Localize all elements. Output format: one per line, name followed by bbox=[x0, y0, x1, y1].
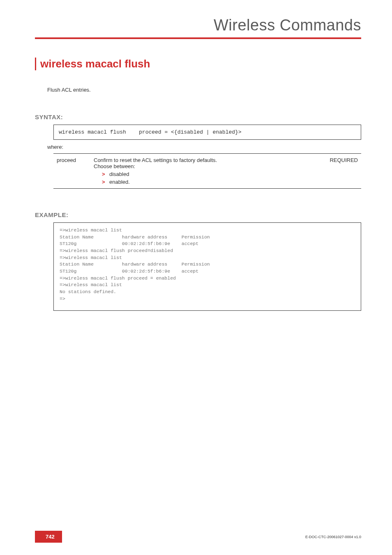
option-text: disabled bbox=[109, 171, 129, 177]
page-header: Wireless Commands bbox=[35, 16, 361, 34]
example-heading: EXAMPLE: bbox=[35, 211, 361, 218]
example-section: EXAMPLE: =>wireless macacl list Station … bbox=[35, 211, 361, 311]
syntax-heading: SYNTAX: bbox=[35, 113, 361, 120]
syntax-section: SYNTAX: wireless macacl flush proceed = … bbox=[35, 113, 361, 189]
param-required: REQUIRED bbox=[320, 154, 361, 189]
table-row: proceed Confirm to reset the ACL setting… bbox=[53, 154, 361, 189]
page-number-badge: 742 bbox=[35, 531, 62, 543]
param-description: Confirm to reset the ACL settings to fac… bbox=[90, 154, 320, 189]
chevron-icon: > bbox=[102, 179, 109, 185]
header-divider bbox=[35, 37, 361, 39]
param-option: >disabled bbox=[94, 171, 317, 177]
param-option: >enabled. bbox=[94, 179, 317, 185]
command-description: Flush ACL entries. bbox=[47, 87, 361, 93]
param-desc-line: Confirm to reset the ACL settings to fac… bbox=[94, 157, 317, 163]
where-label: where: bbox=[47, 144, 361, 150]
command-title-block: wireless macacl flush bbox=[35, 58, 361, 70]
command-title: wireless macacl flush bbox=[40, 58, 361, 70]
param-name: proceed bbox=[53, 154, 90, 189]
chevron-icon: > bbox=[102, 171, 109, 177]
syntax-code: wireless macacl flush proceed = <{disabl… bbox=[53, 125, 361, 140]
param-desc-line: Choose between: bbox=[94, 163, 317, 169]
header-title: Wireless Commands bbox=[214, 16, 361, 34]
document-id: E-DOC-CTC-20061027-0004 v1.0 bbox=[305, 535, 361, 539]
params-table: proceed Confirm to reset the ACL setting… bbox=[53, 153, 361, 189]
page-footer: 742 E-DOC-CTC-20061027-0004 v1.0 bbox=[35, 531, 361, 543]
option-text: enabled. bbox=[109, 179, 130, 185]
example-code: =>wireless macacl list Station Name hard… bbox=[53, 222, 361, 311]
